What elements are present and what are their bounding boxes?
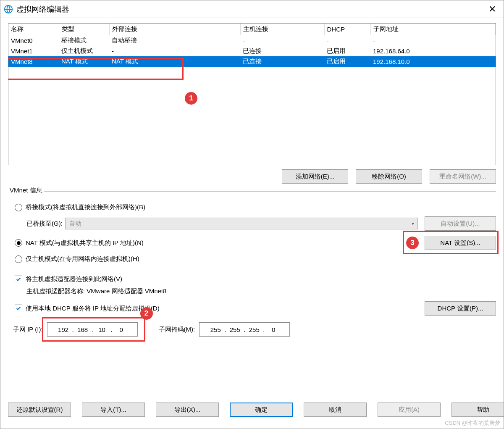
cell-subnet: - xyxy=(370,35,496,46)
ip-octet[interactable]: 168 xyxy=(74,326,91,333)
cell-dhcp: - xyxy=(324,35,370,46)
col-dhcp[interactable]: DHCP xyxy=(324,24,370,35)
col-host[interactable]: 主机连接 xyxy=(240,24,324,35)
cell-type: 仅主机模式 xyxy=(59,46,109,56)
cell-type: NAT 模式 xyxy=(59,56,109,67)
use-dhcp-check-row[interactable]: 使用本地 DHCP 服务将 IP 地址分配给虚拟机(D) DHCP 设置(P).… xyxy=(8,299,496,318)
col-name[interactable]: 名称 xyxy=(8,24,59,35)
remove-network-button[interactable]: 移除网络(O) xyxy=(356,169,422,184)
cell-ext: - xyxy=(109,46,240,56)
bridged-to-select: 自动 ▾ xyxy=(65,218,418,229)
vmnet-info-legend: VMnet 信息 xyxy=(8,187,44,195)
close-icon[interactable]: ✕ xyxy=(484,1,500,17)
rename-network-button: 重命名网络(W)... xyxy=(430,169,496,184)
checkbox-icon[interactable] xyxy=(15,305,22,312)
cell-dhcp: 已启用 xyxy=(324,56,370,67)
vmnet-info-group: VMnet 信息 桥接模式(将虚拟机直接连接到外部网络)(B) 已桥接至(G):… xyxy=(8,191,496,342)
network-table[interactable]: 名称 类型 外部连接 主机连接 DHCP 子网地址 VMnet0 桥接模式 自动… xyxy=(8,23,496,165)
cell-name: VMnet0 xyxy=(8,35,59,46)
ip-octet[interactable]: 10 xyxy=(94,326,110,333)
ok-button[interactable]: 确定 xyxy=(230,403,293,417)
window-title: 虚拟网络编辑器 xyxy=(16,4,69,14)
bridged-to-value: 自动 xyxy=(69,220,81,228)
col-ext[interactable]: 外部连接 xyxy=(109,24,240,35)
nat-settings-button[interactable]: NAT 设置(S)... xyxy=(425,236,496,250)
nat-radio-row[interactable]: NAT 模式(与虚拟机共享主机的 IP 地址)(N) 3 NAT 设置(S)..… xyxy=(8,233,496,253)
radio-icon[interactable] xyxy=(15,239,22,247)
ip-octet[interactable]: 0 xyxy=(265,326,282,333)
ip-octet[interactable]: 255 xyxy=(207,326,224,333)
subnet-mask-label: 子网掩码(M): xyxy=(159,326,195,334)
cell-ext: NAT 模式 xyxy=(109,56,240,67)
col-type[interactable]: 类型 xyxy=(59,24,109,35)
ip-octet[interactable]: 192 xyxy=(55,326,72,333)
radio-icon[interactable] xyxy=(15,204,22,211)
table-button-row: 添加网络(E)... 移除网络(O) 重命名网络(W)... xyxy=(8,169,496,184)
bridged-radio-row[interactable]: 桥接模式(将虚拟机直接连接到外部网络)(B) xyxy=(8,201,496,214)
hostonly-label: 仅主机模式(在专用网络内连接虚拟机)(H) xyxy=(26,255,139,263)
cell-host: 已连接 xyxy=(240,56,324,67)
cancel-button[interactable]: 取消 xyxy=(304,403,367,417)
cell-dhcp: 已启用 xyxy=(324,46,370,56)
subnet-ip-input[interactable]: 192. 168. 10. 0 xyxy=(47,322,138,337)
bridged-to-row: 已桥接至(G): 自动 ▾ 自动设置(U)... xyxy=(8,214,496,233)
table-row[interactable]: VMnet0 桥接模式 自动桥接 - - - xyxy=(8,35,496,46)
table-row[interactable]: VMnet1 仅主机模式 - 已连接 已启用 192.168.64.0 xyxy=(8,46,496,56)
cell-type: 桥接模式 xyxy=(59,35,109,46)
adapter-name-label: 主机虚拟适配器名称: VMware 网络适配器 VMnet8 xyxy=(26,287,166,295)
divider xyxy=(8,270,496,270)
cell-host: - xyxy=(240,35,324,46)
apply-button: 应用(A) xyxy=(378,403,441,417)
restore-defaults-button[interactable]: 还原默认设置(R) xyxy=(8,403,71,417)
adapter-name-row: 主机虚拟适配器名称: VMware 网络适配器 VMnet8 xyxy=(8,286,496,299)
hostonly-radio-row[interactable]: 仅主机模式(在专用网络内连接虚拟机)(H) xyxy=(8,253,496,266)
cell-name: VMnet8 xyxy=(8,56,59,67)
nat-label: NAT 模式(与虚拟机共享主机的 IP 地址)(N) xyxy=(26,239,144,247)
export-button[interactable]: 导出(X)... xyxy=(156,403,219,417)
subnet-ip-label: 子网 IP (I): xyxy=(13,326,43,334)
cell-ext: 自动桥接 xyxy=(109,35,240,46)
bottom-button-bar: 还原默认设置(R) 导入(T)... 导出(X)... 确定 取消 应用(A) … xyxy=(0,397,504,429)
import-button[interactable]: 导入(T)... xyxy=(82,403,145,417)
title-bar: 虚拟网络编辑器 ✕ xyxy=(0,0,504,18)
cell-name: VMnet1 xyxy=(8,46,59,56)
connect-host-check-row[interactable]: 将主机虚拟适配器连接到此网络(V) xyxy=(8,273,496,286)
chevron-down-icon: ▾ xyxy=(412,221,414,226)
use-dhcp-label: 使用本地 DHCP 服务将 IP 地址分配给虚拟机(D) xyxy=(26,305,160,313)
subnet-mask-input[interactable]: 255. 255. 255. 0 xyxy=(199,322,290,337)
ip-octet[interactable]: 255 xyxy=(226,326,243,333)
bridged-label: 桥接模式(将虚拟机直接连接到外部网络)(B) xyxy=(26,203,145,211)
cell-subnet: 192.168.10.0 xyxy=(370,56,496,67)
dhcp-settings-button[interactable]: DHCP 设置(P)... xyxy=(425,301,496,316)
callout-3: 3 xyxy=(406,237,419,249)
ip-octet[interactable]: 0 xyxy=(113,326,130,333)
watermark: CSDN @昨夜的荒唐梦 xyxy=(445,419,500,427)
cell-host: 已连接 xyxy=(240,46,324,56)
cell-subnet: 192.168.64.0 xyxy=(370,46,496,56)
globe-icon xyxy=(4,5,13,14)
radio-icon[interactable] xyxy=(15,255,22,263)
table-row-selected[interactable]: VMnet8 NAT 模式 NAT 模式 已连接 已启用 192.168.10.… xyxy=(8,56,496,67)
col-subnet[interactable]: 子网地址 xyxy=(370,24,496,35)
bridged-to-label: 已桥接至(G): xyxy=(26,220,63,228)
auto-settings-button: 自动设置(U)... xyxy=(425,216,496,231)
help-button[interactable]: 帮助 xyxy=(452,403,504,417)
subnet-row: 子网 IP (I): 2 192. 168. 10. 0 子网掩码(M): 25… xyxy=(8,318,496,342)
content-area: 名称 类型 外部连接 主机连接 DHCP 子网地址 VMnet0 桥接模式 自动… xyxy=(0,18,504,347)
add-network-button[interactable]: 添加网络(E)... xyxy=(282,169,348,184)
checkbox-icon[interactable] xyxy=(15,276,22,283)
connect-host-label: 将主机虚拟适配器连接到此网络(V) xyxy=(26,275,122,283)
ip-octet[interactable]: 255 xyxy=(246,326,262,333)
